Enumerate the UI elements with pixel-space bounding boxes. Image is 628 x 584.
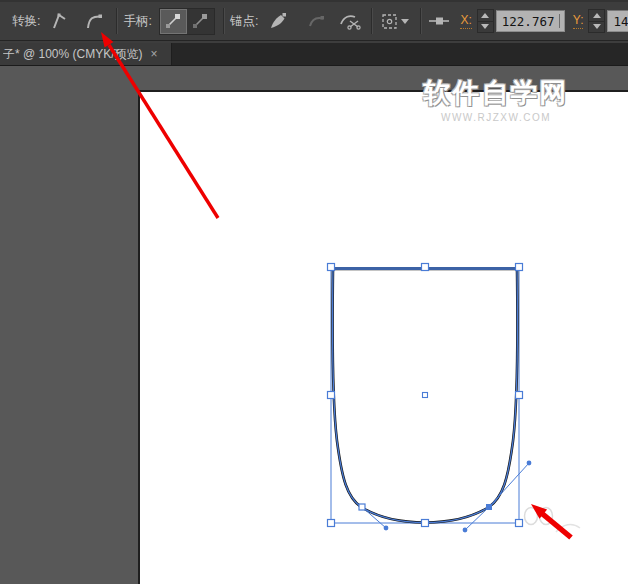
toolbar-separator — [420, 8, 422, 34]
convert-label: 转换: — [12, 13, 40, 30]
document-tab-bar: 子* @ 100% (CMYK/预览) × — [0, 43, 628, 66]
y-stepper-down-button[interactable] — [589, 22, 604, 33]
handle-display-group — [159, 8, 215, 35]
handles-shown-icon — [164, 12, 182, 30]
x-coordinate-value: 122.767 — [502, 14, 555, 29]
x-coordinate-label: X: — [460, 13, 471, 29]
x-stepper-up-button[interactable] — [478, 10, 493, 22]
y-coordinate-label: Y: — [573, 13, 584, 29]
y-stepper-up-button[interactable] — [589, 10, 604, 22]
smooth-point-icon — [85, 12, 104, 31]
y-coordinate-input[interactable]: 146.756 — [607, 10, 628, 32]
document-tab-title: 子* @ 100% (CMYK/预览) — [3, 46, 143, 63]
handles-hidden-icon — [191, 12, 209, 30]
dropdown-arrow-icon — [401, 19, 409, 24]
document-tab[interactable]: 子* @ 100% (CMYK/预览) × — [0, 43, 172, 65]
convert-to-smooth-button[interactable] — [82, 9, 106, 33]
toolbar-separator — [116, 8, 118, 34]
cut-path-button[interactable] — [338, 9, 362, 33]
hide-handles-button[interactable] — [187, 9, 214, 34]
x-stepper — [477, 9, 494, 33]
toolbar-separator — [223, 8, 225, 34]
up-arrow-icon — [593, 13, 601, 18]
cut-path-scissors-icon — [339, 11, 362, 31]
text-caret — [559, 14, 560, 28]
tab-close-button[interactable]: × — [151, 47, 158, 61]
toolbar-separator — [371, 8, 373, 34]
connect-handles-button[interactable] — [427, 9, 451, 33]
y-coordinate-value: 146.756 — [613, 14, 628, 29]
anchor-label: 锚点: — [230, 13, 258, 30]
handle-bar-icon — [428, 12, 450, 30]
artboard[interactable] — [138, 90, 628, 584]
down-arrow-icon — [481, 24, 489, 29]
up-arrow-icon — [481, 13, 489, 18]
marquee-square-icon — [381, 13, 398, 30]
pen-nib-icon — [268, 11, 288, 31]
curve-segment-icon — [307, 12, 326, 31]
x-coordinate-input[interactable]: 122.767 — [496, 10, 565, 32]
anchor-control-bar: 转换: 手柄: — [0, 0, 628, 41]
illustrator-window: 转换: 手柄: — [0, 0, 628, 584]
isolate-selection-dropdown[interactable] — [378, 9, 412, 33]
canvas-pasteboard[interactable] — [0, 66, 628, 584]
corner-point-icon — [49, 12, 68, 31]
anchor-curve-button-disabled[interactable] — [304, 9, 328, 33]
handles-label: 手柄: — [123, 13, 151, 30]
show-handles-button[interactable] — [160, 9, 187, 34]
x-stepper-down-button[interactable] — [478, 22, 493, 33]
down-arrow-icon — [593, 24, 601, 29]
convert-to-corner-button[interactable] — [46, 9, 70, 33]
add-anchor-pen-button[interactable] — [266, 9, 290, 33]
y-stepper — [588, 9, 605, 33]
